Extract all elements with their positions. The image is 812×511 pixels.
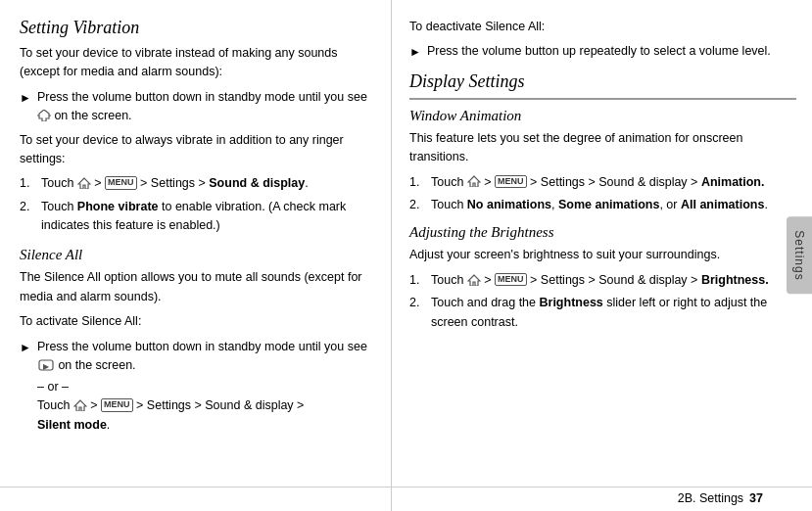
b-step1-text: Touch > MENU > Settings > Sound & displa… xyxy=(431,271,796,290)
svg-marker-2 xyxy=(78,178,90,189)
activate-label: To activate Silence All: xyxy=(20,312,373,331)
footer-section: 2B. Settings xyxy=(678,491,743,505)
vibration-bullet1: ► Press the volume button down in standb… xyxy=(20,88,373,126)
window-steps: 1. Touch > MENU > Settings > Sound & dis… xyxy=(409,173,796,215)
home-icon-step1 xyxy=(77,177,91,189)
vibration-step2: 2. Touch Phone vibrate to enable vibrati… xyxy=(20,198,373,236)
brightness-title: Adjusting the Brightness xyxy=(409,224,796,241)
activate-bullet: ► Press the volume button down in standb… xyxy=(20,338,373,376)
setting-vibration-title: Setting Vibration xyxy=(20,18,373,38)
window-step2: 2. Touch No animations, Some animations,… xyxy=(409,196,796,214)
brightness-step2: 2. Touch and drag the Brightness slider … xyxy=(409,294,796,332)
home-icon-b1 xyxy=(467,274,481,286)
or-bullet-text: Touch > MENU > Settings > Sound & displa… xyxy=(37,396,373,435)
deactivate-bullet-text: Press the volume button up repeatedly to… xyxy=(427,42,796,62)
brightness-steps: 1. Touch > MENU > Settings > Sound & dis… xyxy=(409,271,796,332)
mute-icon: ▶ xyxy=(37,358,55,372)
or-dash: – or – xyxy=(37,380,373,394)
menu-icon-w1: MENU xyxy=(495,175,527,189)
vibration-bullet1-text: Press the volume button down in standby … xyxy=(37,88,373,126)
bullet-arrow-icon: ► xyxy=(20,89,31,126)
home-icon-or xyxy=(73,399,87,411)
window-animation-title: Window Animation xyxy=(409,108,796,124)
menu-icon-or: MENU xyxy=(101,398,133,412)
or-bullet: Touch > MENU > Settings > Sound & displa… xyxy=(37,396,373,435)
right-column: To deactivate Silence All: ► Press the v… xyxy=(392,0,812,511)
vibration-step1: 1. Touch > MENU > Settings > Sound & dis… xyxy=(20,174,373,193)
menu-icon-b1: MENU xyxy=(495,273,527,287)
step1-text: Touch > MENU > Settings > Sound & displa… xyxy=(41,174,373,193)
w-step2-text: Touch No animations, Some animations, or… xyxy=(431,196,796,214)
b-step2-text: Touch and drag the Brightness slider lef… xyxy=(431,294,796,332)
vibration-para2: To set your device to always vibrate in … xyxy=(20,131,373,169)
left-column: Setting Vibration To set your device to … xyxy=(0,0,392,511)
display-divider xyxy=(409,98,796,100)
footer-bar: 2B. Settings 37 xyxy=(0,487,812,511)
step2-text: Touch Phone vibrate to enable vibration.… xyxy=(41,198,373,236)
activate-bullet-text: Press the volume button down in standby … xyxy=(37,338,373,376)
bullet-arrow-3: ► xyxy=(409,43,421,62)
deactivate-bullet: ► Press the volume button up repeatedly … xyxy=(409,42,796,62)
svg-text:▶: ▶ xyxy=(43,362,50,371)
brightness-para: Adjust your screen's brightness to suit … xyxy=(409,246,796,264)
vibration-steps: 1. Touch > MENU > Settings > Sound & dis… xyxy=(20,174,373,235)
vibration-para1: To set your device to vibrate instead of… xyxy=(20,44,373,82)
vibrate-icon xyxy=(37,110,51,121)
silence-all-title: Silence All xyxy=(20,247,373,263)
svg-marker-6 xyxy=(468,176,480,187)
page-number: 37 xyxy=(749,491,763,505)
menu-icon-step1: MENU xyxy=(105,176,137,190)
brightness-step1: 1. Touch > MENU > Settings > Sound & dis… xyxy=(409,271,796,290)
bullet-arrow-2: ► xyxy=(20,339,31,376)
home-icon-w1 xyxy=(467,175,481,187)
display-settings-title: Display Settings xyxy=(409,71,796,92)
window-step1: 1. Touch > MENU > Settings > Sound & dis… xyxy=(409,173,796,192)
svg-marker-5 xyxy=(74,400,86,411)
w-step1-text: Touch > MENU > Settings > Sound & displa… xyxy=(431,173,796,192)
silence-para: The Silence All option allows you to mut… xyxy=(20,268,373,306)
window-para: This feature lets you set the degree of … xyxy=(409,129,796,167)
svg-marker-7 xyxy=(468,275,480,286)
settings-sidebar-tab: Settings xyxy=(787,216,812,294)
deactivate-label: To deactivate Silence All: xyxy=(409,18,796,36)
